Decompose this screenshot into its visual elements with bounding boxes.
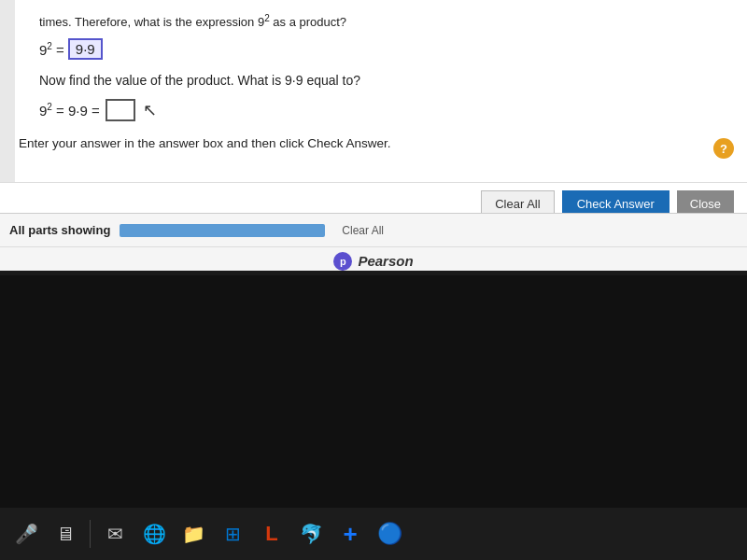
taskbar-plus[interactable]: + <box>333 517 367 551</box>
windows-pc-icon: 🖥 <box>56 524 75 545</box>
pearson-icon: p <box>333 252 352 271</box>
app-l-icon: L <box>265 522 277 546</box>
highlighted-expression: 9·9 <box>68 38 103 60</box>
taskbar-divider <box>90 520 91 548</box>
taskbar-app-l[interactable]: L <box>255 517 289 551</box>
taskbar-file-explorer[interactable]: 📁 <box>176 517 210 551</box>
taskbar-edge[interactable]: 🌐 <box>137 517 171 551</box>
microphone-icon: 🎤 <box>15 523 38 545</box>
clear-all-bar-button[interactable]: Clear All <box>334 222 391 239</box>
expr1-left: 92 = <box>39 41 64 58</box>
top-question-text: times. Therefore, what is the expression… <box>39 13 710 29</box>
therefore-text: Therefore <box>75 15 127 29</box>
taskbar-chrome[interactable]: 🔵 <box>373 517 406 551</box>
answer-input-box[interactable] <box>106 99 135 121</box>
pearson-brand-text: Pearson <box>358 253 413 269</box>
plus-icon: + <box>343 520 357 549</box>
file-explorer-icon: 📁 <box>182 523 205 545</box>
mail-icon: ✉ <box>107 523 123 545</box>
help-icon-text: ? <box>720 142 727 156</box>
input-expression-line: 92 = 9·9 = ↖ <box>39 99 710 121</box>
parts-showing-bar: All parts showing Clear All <box>0 213 747 246</box>
top-text-area: times. Therefore, what is the expression… <box>21 6 728 136</box>
pearson-logo: p Pearson <box>333 252 413 271</box>
dolphin-icon: 🐬 <box>300 523 323 545</box>
parts-progress-bar <box>120 224 325 237</box>
cursor-icon: ↖ <box>143 100 157 120</box>
taskbar: 🎤 🖥 ✉ 🌐 📁 ⊞ L 🐬 + 🔵 <box>0 508 747 560</box>
chrome-icon: 🔵 <box>377 522 402 546</box>
pearson-area: p Pearson <box>0 246 747 271</box>
browser-window: times. Therefore, what is the expression… <box>0 0 747 271</box>
taskbar-mail[interactable]: ✉ <box>98 517 132 551</box>
taskbar-windows-pc[interactable]: 🖥 <box>49 517 82 551</box>
section-question: Now find the value of the product. What … <box>39 73 710 88</box>
windows-store-icon: ⊞ <box>225 523 241 545</box>
expr2-text: 92 = 9·9 = <box>39 102 100 119</box>
parts-label: All parts showing <box>9 223 110 237</box>
edge-icon: 🌐 <box>143 523 166 545</box>
taskbar-dolphin[interactable]: 🐬 <box>294 517 328 551</box>
pearson-icon-letter: p <box>340 256 346 267</box>
instruction-text: Enter your answer in the answer box and … <box>0 136 747 150</box>
expression-line-1: 92 = 9·9 <box>39 38 710 60</box>
taskbar-microphone[interactable]: 🎤 <box>9 517 43 551</box>
taskbar-windows-store[interactable]: ⊞ <box>216 517 249 551</box>
help-button[interactable]: ? <box>713 138 734 159</box>
